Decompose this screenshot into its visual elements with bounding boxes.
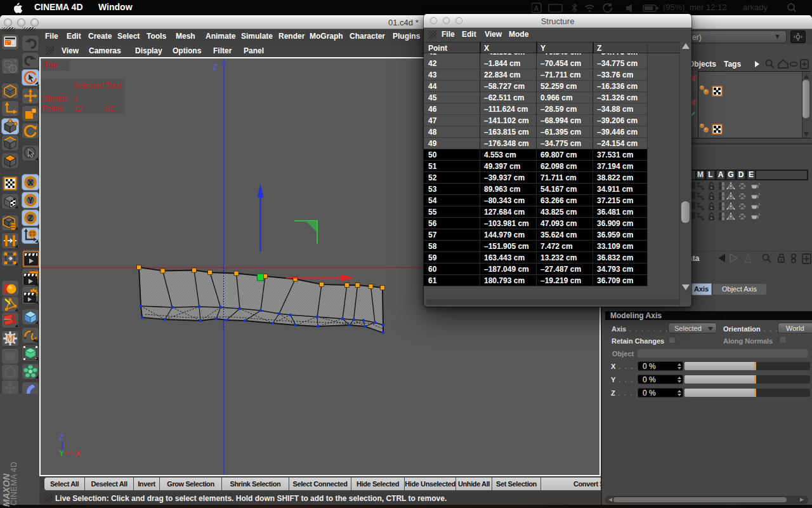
svg-text:Z: Z <box>59 433 63 442</box>
svg-text:Y: Y <box>59 449 64 458</box>
svg-text:X: X <box>28 178 34 187</box>
svg-text:Z: Z <box>213 62 218 72</box>
svg-text:A: A <box>534 4 539 12</box>
svg-text:Z: Z <box>28 213 33 223</box>
svg-text:M: M <box>6 334 15 344</box>
svg-text:X: X <box>75 449 81 458</box>
svg-text:Y: Y <box>28 196 34 205</box>
